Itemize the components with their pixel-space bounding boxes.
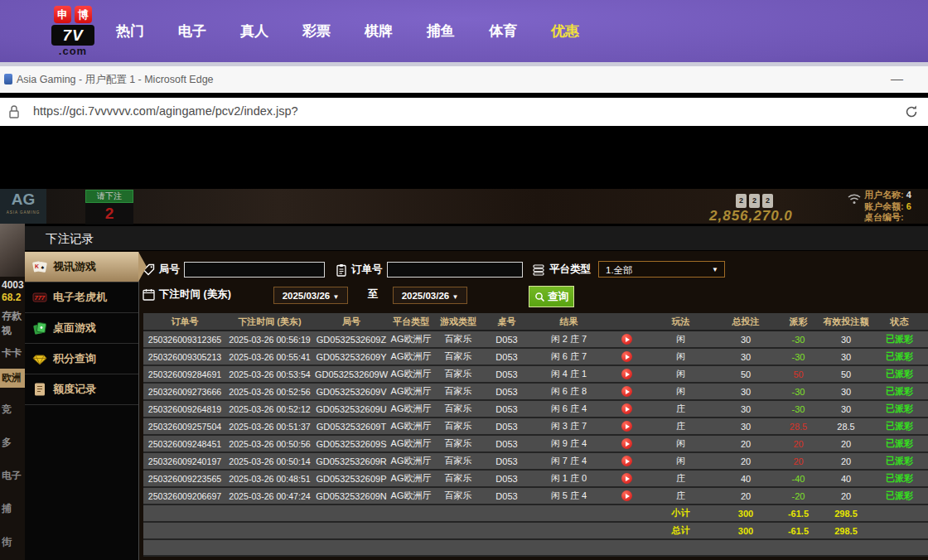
nav-item-2[interactable]: 真人: [240, 22, 268, 41]
bet-prompt-text: 请下注: [85, 190, 133, 203]
cell-status: 已派彩: [871, 400, 928, 418]
cell-result: 闲 4 庄 1: [529, 365, 608, 383]
replay-button[interactable]: [621, 351, 632, 362]
replay-button[interactable]: [621, 456, 632, 466]
cell-round: GD0532532609P: [313, 470, 389, 487]
cell-order_no: 250326009206697: [143, 487, 226, 504]
cell-order_no: 250326009264819: [143, 400, 226, 418]
cell-result: 闲 9 庄 4: [529, 435, 608, 452]
cell-total-payout: -61.5: [776, 522, 821, 539]
sidebar-item-2[interactable]: 桌面游戏: [25, 313, 138, 344]
sidebar-item-3[interactable]: 积分查询: [25, 344, 138, 374]
cell-valid_bet: 20: [821, 452, 871, 470]
site-logo[interactable]: 申 博 7V .com: [46, 6, 99, 57]
table-header-row: 订单号下注时间 (美东)局号平台类型游戏类型桌号结果玩法总投注派彩有效投注额状态: [143, 313, 928, 331]
replay-button[interactable]: [621, 403, 632, 414]
cell-play_icon: [608, 348, 645, 365]
replay-button[interactable]: [621, 490, 632, 501]
cards-icon: K♠: [32, 259, 47, 274]
cell-total_bet: 30: [716, 383, 776, 400]
cell-payout: 50: [776, 365, 821, 383]
modal-content: 局号 订单号 平台类型 1.全部: [139, 252, 928, 560]
replay-button[interactable]: [621, 473, 632, 484]
replay-button[interactable]: [621, 421, 632, 432]
refresh-icon[interactable]: [903, 104, 920, 120]
col-header-7: [608, 313, 645, 331]
logo-badge-1: 申: [54, 6, 71, 23]
background-menu-fragment: 卡卡: [2, 346, 25, 360]
ag-logo: AG ASIA GAMING: [0, 189, 46, 224]
cell-payout: -30: [776, 331, 821, 348]
cell-play_icon: [608, 418, 645, 435]
col-header-11: 有效投注额: [821, 313, 871, 331]
modal-title: 下注记录: [25, 226, 928, 251]
nav-item-3[interactable]: 彩票: [302, 22, 331, 41]
col-header-6: 结果: [529, 313, 608, 331]
cell-status: 已派彩: [871, 435, 928, 452]
cell-platform: AG欧洲厅: [389, 348, 433, 365]
document-icon: [32, 382, 47, 397]
cell-platform: AG欧洲厅: [389, 487, 433, 504]
replay-button[interactable]: [621, 369, 632, 379]
cell-platform: AG欧洲厅: [389, 400, 433, 418]
user-name-value: 4: [906, 190, 911, 200]
nav-item-4[interactable]: 棋牌: [365, 22, 393, 41]
cell-result: 闲 6 庄 7: [529, 348, 608, 365]
user-name-label: 用户名称:: [864, 190, 904, 200]
cell-table_no: D053: [484, 348, 529, 365]
cell-play: 闲: [645, 348, 716, 365]
nav-item-6[interactable]: 体育: [489, 22, 517, 41]
date-to-picker[interactable]: 2025/03/26: [393, 287, 467, 304]
background-menu-fragment: 电子: [2, 469, 25, 483]
order-input[interactable]: [387, 262, 523, 278]
url-text[interactable]: https://gci.7vvvvvv.com/agingame/pcv2/in…: [33, 104, 298, 118]
sidebar-item-1[interactable]: 777电子老虎机: [25, 282, 138, 313]
nav-item-7[interactable]: 优惠: [551, 22, 579, 41]
bet-time-label: 下注时间 (美东): [159, 287, 231, 302]
countdown-number: 2: [85, 203, 133, 224]
background-menu-fragment: 欧洲: [0, 369, 25, 388]
cell-valid_bet: 50: [821, 365, 871, 383]
cell-play_icon: [608, 435, 645, 452]
date-from-value: 2025/03/26: [283, 291, 331, 301]
platform-select[interactable]: 1.全部: [598, 261, 725, 278]
col-header-8: 玩法: [645, 313, 716, 331]
account-balance-value: 6: [906, 201, 911, 211]
nav-item-1[interactable]: 电子: [178, 22, 206, 41]
account-balance-label: 账户余额:: [864, 201, 904, 211]
cell-total_bet: 40: [716, 470, 776, 487]
card: 2: [749, 194, 760, 208]
background-menu-fragment: 视: [2, 324, 25, 338]
sidebar-item-4[interactable]: 额度记录: [25, 374, 138, 405]
replay-button[interactable]: [621, 386, 632, 397]
cell-round: GD0532532609T: [313, 418, 389, 435]
cell-time: 2025-03-26 00:48:51: [226, 470, 313, 487]
cell-time: 2025-03-26 00:47:24: [226, 487, 313, 504]
table-row: 2503260092575042025-03-26 00:51:37GD0532…: [143, 418, 928, 435]
minimize-button[interactable]: —: [891, 71, 903, 85]
query-button[interactable]: 查询: [529, 286, 574, 307]
cell-total-payout: -61.5: [776, 504, 821, 522]
cell-total-valid-bet: 298.5: [821, 522, 871, 539]
background-menu-fragment: 竞: [2, 403, 25, 417]
table-row: 2503260092648192025-03-26 00:52:12GD0532…: [143, 400, 928, 418]
replay-button[interactable]: [621, 438, 632, 449]
cell-result: 闲 6 庄 8: [529, 383, 608, 400]
browser-urlbar[interactable]: https://gci.7vvvvvv.com/agingame/pcv2/in…: [0, 98, 928, 126]
cell-play_icon: [608, 452, 645, 470]
sidebar-item-0[interactable]: K♠视讯游戏: [25, 252, 138, 282]
cell-status: 已派彩: [871, 365, 928, 383]
card: 2: [736, 194, 747, 208]
nav-item-0[interactable]: 热门: [116, 22, 144, 41]
nav-item-5[interactable]: 捕鱼: [427, 22, 455, 41]
empty-row: [143, 539, 928, 556]
round-input[interactable]: [184, 262, 325, 278]
date-from-picker[interactable]: 2025/03/26: [273, 287, 348, 304]
cell-game: 百家乐: [433, 400, 484, 418]
table-row: 2503260092736662025-03-26 00:52:56GD0532…: [143, 383, 928, 400]
replay-button[interactable]: [621, 334, 632, 345]
bet-time-field: 下注时间 (美东): [143, 287, 231, 302]
platform-selected-value: 1.全部: [606, 265, 633, 275]
casino-background-strip: AG ASIA GAMING 请下注 2 2 2 2 2,856,270.0 用…: [0, 189, 928, 224]
round-label: 局号: [159, 263, 180, 277]
